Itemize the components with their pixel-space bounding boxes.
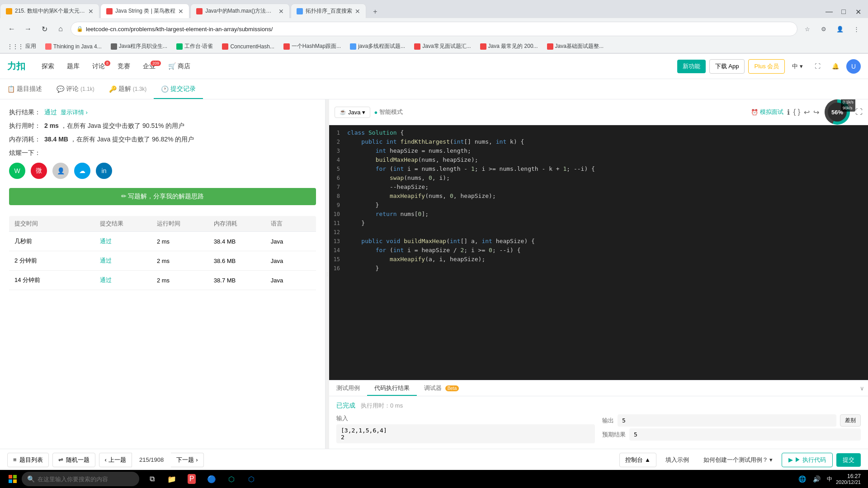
download-app-button[interactable]: 下载 App xyxy=(709,59,745,74)
fill-example-button[interactable]: 填入示例 xyxy=(660,453,694,467)
tab-solutions[interactable]: 🔑 题解 (1.3k) xyxy=(102,79,154,99)
result-pass[interactable]: 通过 xyxy=(44,108,57,117)
row2-result[interactable]: 通过 xyxy=(100,257,157,265)
nav-shop[interactable]: 🛒 商店 xyxy=(163,60,196,73)
home-button[interactable]: ⌂ xyxy=(54,23,67,35)
tab-1-close[interactable]: ✕ xyxy=(88,8,94,15)
url-bar[interactable]: 🔒 leetcode-cn.com/problems/kth-largest-e… xyxy=(71,22,797,36)
taskbar-app-1[interactable]: P xyxy=(183,470,201,488)
bookmark-java-interview[interactable]: Java常见面试题汇... xyxy=(410,42,474,51)
back-button[interactable]: ← xyxy=(5,23,18,35)
weibo-share-button[interactable]: 微 xyxy=(31,163,47,179)
nav-contest[interactable]: 竞赛 xyxy=(112,60,136,73)
fullscreen-button[interactable]: ⛶ xyxy=(810,59,825,74)
wechat-share-button[interactable]: W xyxy=(9,163,25,179)
refresh-button[interactable]: ↻ xyxy=(38,23,51,35)
profile-button[interactable]: 👤 xyxy=(834,23,846,35)
bookmark-thinking-java[interactable]: Thinking in Java 4... xyxy=(42,42,105,51)
taskbar-app-3[interactable]: ⬡ xyxy=(222,470,241,488)
nav-explore[interactable]: 探索 xyxy=(36,60,60,73)
plus-button[interactable]: Plus 会员 xyxy=(748,59,785,74)
bookmark-yuque[interactable]: 工作台·语雀 xyxy=(173,42,217,51)
tab-4-close[interactable]: ✕ xyxy=(355,8,360,15)
code-result-tab[interactable]: 代码执行结果 xyxy=(367,380,417,396)
row1-result[interactable]: 通过 xyxy=(100,237,157,245)
next-problem-button[interactable]: 下一题 › xyxy=(171,453,203,467)
table-row[interactable]: 14 分钟前 通过 2 ms 38.7 MB Java xyxy=(9,271,316,290)
submit-button[interactable]: 提交 xyxy=(836,453,861,467)
split-handle[interactable]: ⋮ xyxy=(326,99,329,449)
notification-button[interactable]: 🔔 xyxy=(828,59,843,74)
taskbar-chrome[interactable]: ⬤ xyxy=(262,470,280,488)
lang-button[interactable]: 中 ▾ xyxy=(788,61,807,72)
forward-button[interactable]: → xyxy=(22,23,34,35)
volume-icon[interactable]: 🔊 xyxy=(811,473,823,485)
taskbar-task-view[interactable]: ⧉ xyxy=(143,470,161,488)
cloud-share-button[interactable]: ☁ xyxy=(74,163,90,179)
code-editor[interactable]: 1class Solution {2 public int findKthLar… xyxy=(329,125,868,380)
run-code-button[interactable]: ▶ ▶ 执行代码 xyxy=(782,453,833,467)
table-row[interactable]: 几秒前 通过 2 ms 38.4 MB Java xyxy=(9,232,316,251)
lang-indicator[interactable]: 中 xyxy=(827,475,832,483)
code-view-button[interactable]: { } xyxy=(793,108,800,116)
undo-button[interactable]: ↩ xyxy=(804,108,810,117)
console-button[interactable]: 控制台 ▲ xyxy=(619,453,656,467)
avatar[interactable]: U xyxy=(846,59,861,74)
linkedin-share-button[interactable]: in xyxy=(96,163,112,179)
write-solution-button[interactable]: ✏ 写题解，分享我的解题思路 xyxy=(9,188,316,205)
close-window-button[interactable]: ✕ xyxy=(852,5,864,18)
mock-interview-button[interactable]: ⏰ 模拟面试 xyxy=(751,108,783,116)
start-button[interactable] xyxy=(4,470,22,488)
bookmark-hashmap[interactable]: 一个HashMap跟面... xyxy=(280,42,344,51)
diff-button[interactable]: 差别 xyxy=(840,414,861,427)
redo-button[interactable]: ↪ xyxy=(813,108,819,117)
network-icon[interactable]: 🌐 xyxy=(796,473,809,485)
tab-submissions[interactable]: 🕐 提交记录 xyxy=(154,79,203,99)
extension-button[interactable]: ⚙ xyxy=(817,23,830,35)
minimize-button[interactable]: — xyxy=(823,5,835,18)
prev-problem-button[interactable]: ‹ 上一题 xyxy=(99,453,132,467)
random-problem-button[interactable]: ⇌ 随机一题 xyxy=(52,453,95,467)
taskbar-file-explorer[interactable]: 📁 xyxy=(163,470,181,488)
tab-3-close[interactable]: ✕ xyxy=(278,8,284,15)
new-tab-button[interactable]: + xyxy=(369,5,382,18)
maximize-button[interactable]: □ xyxy=(837,5,850,18)
info-button[interactable]: ℹ xyxy=(787,108,790,117)
tab-2[interactable]: Java String 类 | 菜鸟教程 ✕ xyxy=(100,4,189,18)
nav-enterprise[interactable]: 企业 209 xyxy=(137,60,161,73)
bookmark-java-basic[interactable]: Java基础面试题整... xyxy=(543,42,607,51)
nav-problems[interactable]: 题库 xyxy=(61,60,85,73)
table-row[interactable]: 2 分钟前 通过 2 ms 38.6 MB Java xyxy=(9,251,316,271)
tab-4[interactable]: 拓扑排序_百度搜索 ✕ xyxy=(291,4,366,18)
new-feature-button[interactable]: 新功能 xyxy=(677,60,706,73)
debugger-tab[interactable]: 调试器 Beta xyxy=(417,380,466,396)
more-button[interactable]: ⋮ xyxy=(850,23,863,35)
taskbar-app-2[interactable]: 🔵 xyxy=(203,470,221,488)
bookmark-button[interactable]: ☆ xyxy=(801,23,814,35)
logo[interactable]: 力扣 xyxy=(7,60,25,72)
bookmark-java-200[interactable]: Java 最常见的 200... xyxy=(476,42,542,51)
row3-result[interactable]: 通过 xyxy=(100,276,157,284)
how-to-button[interactable]: 如何创建一个测试用例？ ▾ xyxy=(698,453,778,467)
nav-discuss[interactable]: 讨论 8 xyxy=(87,60,110,73)
result-detail[interactable]: 显示详情 › xyxy=(61,108,88,117)
taskbar-time[interactable]: 16:27 2020/12/21 xyxy=(836,473,861,485)
taskbar-search-input[interactable] xyxy=(38,476,134,483)
fullscreen-code-button[interactable]: ⛶ xyxy=(855,108,863,116)
lang-selector[interactable]: ☕ Java ▾ xyxy=(335,107,370,118)
taskbar-app-4[interactable]: ⬡ xyxy=(242,470,260,488)
test-cases-tab[interactable]: 测试用例 xyxy=(329,380,367,396)
bookmark-concurrenthash[interactable]: ConcurrentHash... xyxy=(218,42,278,51)
tab-2-close[interactable]: ✕ xyxy=(178,8,184,15)
problem-list-button[interactable]: ≡ 题目列表 xyxy=(7,453,49,467)
taskbar-search[interactable]: 🔍 xyxy=(22,472,139,486)
user-share-button[interactable]: 👤 xyxy=(52,163,69,179)
collapse-test-panel[interactable]: ∨ xyxy=(856,380,868,396)
tab-comments[interactable]: 💬 评论 (1.1k) xyxy=(49,79,102,99)
tab-description[interactable]: 📋 题目描述 xyxy=(0,79,49,99)
tab-3[interactable]: Java中的Math.max()方法，一个... ✕ xyxy=(190,4,290,18)
speed-indicator[interactable]: 56% 0.1k/s 90k/s xyxy=(823,102,852,122)
bookmark-apps[interactable]: ⋮⋮⋮ 应用 xyxy=(4,42,40,51)
tab-1[interactable]: 215. 数组中的第K个最大元素 - 力... ✕ xyxy=(0,4,99,18)
bookmark-java-career[interactable]: Java程序员职业生... xyxy=(107,42,171,51)
